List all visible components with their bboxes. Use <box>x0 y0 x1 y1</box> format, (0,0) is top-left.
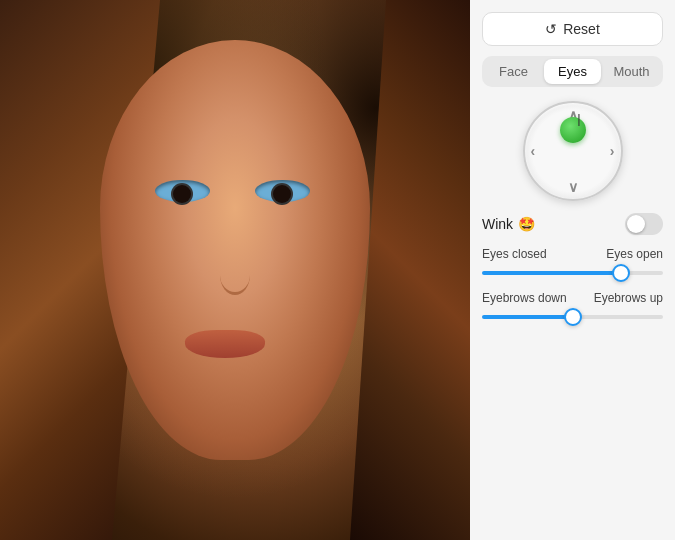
dial-arrow-down[interactable]: ∨ <box>568 179 578 195</box>
rotation-dial[interactable]: ∧ ∨ ‹ › | <box>523 101 623 201</box>
tab-eyes[interactable]: Eyes <box>544 59 601 84</box>
eyes-slider-section: Eyes closed Eyes open <box>482 247 663 281</box>
dial-dot <box>560 117 586 143</box>
eyebrows-down-label: Eyebrows down <box>482 291 567 305</box>
tab-mouth[interactable]: Mouth <box>603 59 660 84</box>
dial-cursor: | <box>577 111 580 126</box>
eyebrows-slider-labels: Eyebrows down Eyebrows up <box>482 291 663 305</box>
eyes-slider-labels: Eyes closed Eyes open <box>482 247 663 261</box>
wink-text: Wink <box>482 216 513 232</box>
dial-arrow-right[interactable]: › <box>610 143 615 159</box>
tab-face[interactable]: Face <box>485 59 542 84</box>
eye-right <box>255 180 310 202</box>
reset-label: Reset <box>563 21 600 37</box>
tab-bar: Face Eyes Mouth <box>482 56 663 87</box>
nose <box>220 255 250 295</box>
control-panel: ↺ Reset Face Eyes Mouth ∧ ∨ ‹ › | Wink 🤩… <box>470 0 675 540</box>
eyes-open-label: Eyes open <box>606 247 663 261</box>
wink-toggle[interactable] <box>625 213 663 235</box>
eyebrows-slider-section: Eyebrows down Eyebrows up <box>482 291 663 325</box>
dial-arrow-left[interactable]: ‹ <box>531 143 536 159</box>
lips <box>185 330 265 358</box>
face-skin <box>100 40 370 460</box>
eyes-slider[interactable] <box>482 271 663 275</box>
eye-left <box>155 180 210 202</box>
wink-emoji: 🤩 <box>518 216 535 232</box>
eyebrows-slider[interactable] <box>482 315 663 319</box>
reset-button[interactable]: ↺ Reset <box>482 12 663 46</box>
hair-right <box>350 0 470 540</box>
wink-label: Wink 🤩 <box>482 216 535 232</box>
portrait-panel <box>0 0 470 540</box>
reset-icon: ↺ <box>545 21 557 37</box>
dial-container: ∧ ∨ ‹ › | <box>482 97 663 201</box>
wink-row: Wink 🤩 <box>482 211 663 237</box>
eyes-closed-label: Eyes closed <box>482 247 547 261</box>
eyebrows-up-label: Eyebrows up <box>594 291 663 305</box>
portrait-background <box>0 0 470 540</box>
